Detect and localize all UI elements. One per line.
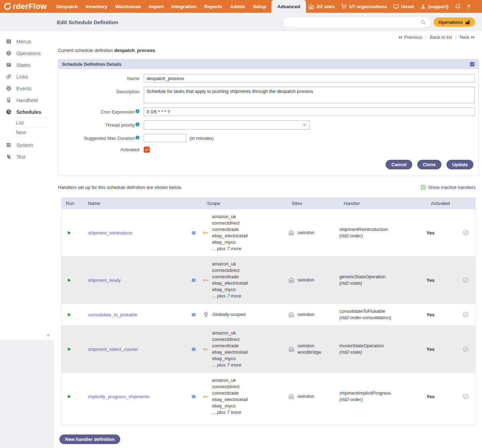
unset-indicator[interactable]: Unset	[393, 4, 414, 10]
next-link[interactable]: Next	[460, 35, 476, 40]
handler-name-link[interactable]: consolidate_to_pickable	[88, 312, 137, 317]
sidebar-item-handheld[interactable]: Handheld	[0, 94, 54, 106]
handler-name-link[interactable]: shipment_select_courier	[88, 347, 138, 352]
edit-pencil-icon[interactable]	[462, 311, 469, 318]
run-play-icon[interactable]	[67, 230, 72, 236]
row-menu-icon[interactable]	[191, 346, 197, 352]
handler-cell: shipmentReintroduction (rtd2-order)	[339, 226, 427, 239]
cancel-button[interactable]: Cancel	[386, 160, 412, 169]
nav-item-inventory[interactable]: Inventory	[82, 0, 111, 13]
previous-link[interactable]: Previous	[398, 35, 422, 40]
plug-icon	[6, 154, 12, 160]
nav-item-despatch[interactable]: Despatch	[52, 0, 82, 13]
clone-button[interactable]: Clone	[417, 160, 441, 169]
nav-item-reports[interactable]: Reports	[200, 0, 226, 13]
back-to-list-link[interactable]: Back to list	[430, 35, 452, 40]
sidebar-collapse-button[interactable]: «	[47, 332, 50, 338]
nav-item-admin[interactable]: Admin	[226, 0, 249, 13]
name-field[interactable]	[144, 74, 475, 83]
operations-button[interactable]: Operations	[434, 17, 475, 27]
handler-type: (rtd2-state)	[339, 349, 427, 355]
sidebar-label: States	[16, 62, 31, 68]
handler-cell: genericStateOperation (rtd2-state)	[339, 274, 427, 286]
sidebar-item-test[interactable]: Test	[0, 151, 54, 163]
run-play-icon[interactable]	[67, 394, 72, 399]
double-left-chevron-icon	[398, 35, 403, 40]
app-logo[interactable]: rderFlow	[0, 0, 52, 13]
nav-item-import[interactable]: Import	[145, 0, 168, 13]
key-icon	[203, 346, 209, 352]
scope-list: amazon_ukconnectdirectconnecttradeebay_e…	[212, 214, 248, 252]
sidebar-item-events[interactable]: Events	[0, 83, 54, 94]
sidebar-label: System	[16, 142, 33, 148]
sidebar-item-system[interactable]: System	[0, 139, 54, 151]
info-icon[interactable]	[136, 136, 139, 139]
handler-name-link[interactable]: shipment_reintroduce	[88, 230, 132, 236]
nav-item-setup[interactable]: Setup	[249, 0, 270, 13]
scope-list: Globally-scoped	[212, 311, 245, 318]
sidebar-item-operations[interactable]: Operations	[0, 47, 54, 59]
sites-indicator[interactable]: 2/2 sites	[308, 4, 334, 10]
sidebar-item-links[interactable]: Links	[0, 71, 54, 83]
table-row: consolidate_to_pickable Globally-scoped …	[62, 304, 475, 325]
show-inactive-handlers-link[interactable]: Show inactive handlers	[420, 185, 476, 190]
description-field[interactable]: Schedule for tasks that apply to pushing…	[144, 87, 475, 103]
sidebar-item-menus[interactable]: Menus	[0, 36, 54, 47]
run-play-icon[interactable]	[67, 312, 72, 317]
new-handler-definition-button[interactable]: New handler definition	[59, 434, 120, 444]
help-icon[interactable]: ?	[467, 4, 470, 10]
handler-class-name: consolidateToPickable	[339, 308, 427, 315]
thread-priority-select[interactable]	[144, 120, 309, 130]
sidebar-item-schedules-list[interactable]: List	[16, 118, 49, 127]
row-menu-icon[interactable]	[191, 277, 197, 283]
nav-item-advanced[interactable]: Advanced	[271, 0, 306, 13]
key-icon	[203, 394, 209, 400]
handler-name-link[interactable]: implicitly_progress_shipments	[88, 394, 149, 399]
current-schedule-line: Current schedule definition despatch_pro…	[58, 48, 479, 53]
nav-item-integration[interactable]: Integration	[168, 0, 200, 13]
update-button[interactable]: Update	[446, 160, 473, 169]
max-duration-field[interactable]	[144, 134, 186, 142]
max-duration-label: Suggested Max Duration	[62, 136, 144, 141]
run-play-icon[interactable]	[67, 278, 72, 283]
handlers-table-header: Run Name Scope Sites Handler Activated	[62, 198, 475, 209]
activated-label: Activated	[62, 147, 144, 152]
edit-pencil-icon[interactable]	[462, 346, 469, 352]
activated-value: Yes	[427, 394, 456, 399]
site-list: swindonwoodbridge	[297, 343, 321, 355]
search-input[interactable]	[284, 17, 430, 27]
edit-pencil-icon[interactable]	[462, 230, 469, 236]
notifications-bell-icon[interactable]	[455, 3, 461, 10]
row-menu-icon[interactable]	[191, 312, 197, 318]
sidebar-item-schedules-new[interactable]: New	[16, 127, 49, 137]
handler-cell: shipmentImplicitProgress (rtd2-order)	[339, 390, 427, 403]
sidebar-item-schedules[interactable]: Schedules	[0, 106, 54, 118]
activated-value: Yes	[427, 278, 456, 283]
site-list: swindon	[297, 230, 314, 236]
info-icon[interactable]	[136, 109, 139, 113]
info-icon[interactable]	[136, 122, 139, 126]
edit-pencil-icon[interactable]	[462, 277, 469, 283]
run-play-icon[interactable]	[67, 347, 72, 352]
handler-name-link[interactable]: shipment_ready	[88, 278, 121, 283]
nav-item-warehouse[interactable]: Warehouse	[111, 0, 145, 13]
panel-collapse-icon[interactable]	[470, 62, 475, 67]
handlers-intro-text: Handlers set up for this schedule defini…	[58, 185, 182, 190]
cron-expression-field[interactable]	[144, 107, 475, 116]
sidebar-item-states[interactable]: States	[0, 59, 54, 71]
user-indicator[interactable]: (support)	[420, 4, 449, 10]
activated-checkbox[interactable]	[144, 147, 150, 153]
history-refresh-icon[interactable]	[476, 3, 477, 10]
cron-label: Cron Expression	[62, 109, 144, 115]
organisations-indicator[interactable]: 1/7 organisations	[341, 4, 387, 10]
app-logo-text: rderFlow	[13, 2, 47, 11]
sidebar-label: Links	[16, 74, 28, 80]
double-right-chevron-icon	[471, 35, 476, 40]
record-pager: Previous | Back to list | Next	[58, 31, 479, 40]
edit-pencil-icon[interactable]	[462, 393, 469, 400]
row-menu-icon[interactable]	[191, 230, 197, 236]
column-header-spacer	[184, 198, 203, 209]
row-menu-icon[interactable]	[191, 394, 197, 400]
search-icon[interactable]	[420, 19, 426, 25]
monitor-icon	[393, 4, 399, 10]
